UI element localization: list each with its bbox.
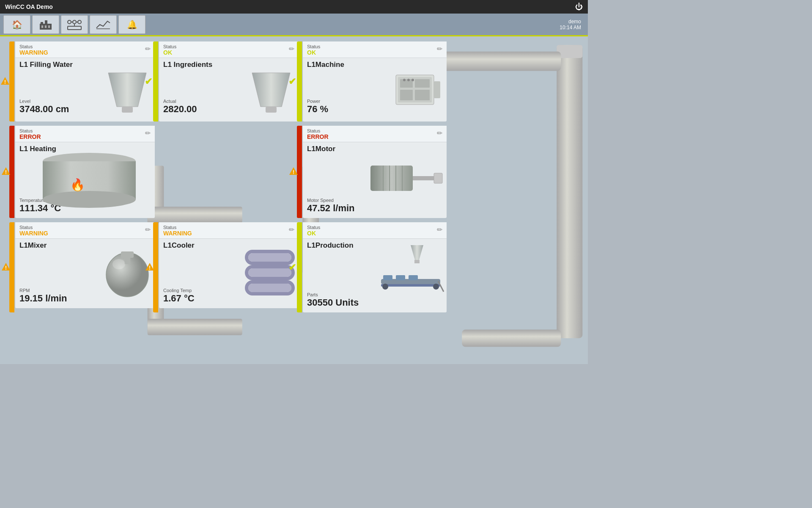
nav-factory[interactable] [32,15,59,34]
machine-check: ✔ [288,76,296,87]
svg-point-7 [73,20,76,24]
heat-status-value: ERROR [19,133,41,140]
svg-marker-27 [252,73,290,107]
app-title: WinCC OA Demo [5,3,53,10]
svg-point-78 [433,284,439,290]
prod-status-label: Status [307,225,320,230]
fw-status-label: Status [19,44,48,49]
machine-card: Status OK ✏ L1Machine [303,41,447,121]
svg-rect-53 [413,176,434,180]
svg-rect-67 [248,253,291,262]
production-strip [297,222,302,312]
production-card: Status OK ✏ L1Production [303,222,447,312]
filling-water-alert: ! [0,76,10,87]
heating-wrapper: ! Status ERROR ✏ L1 Heating [15,126,155,218]
middle-spacer [159,126,299,218]
svg-rect-71 [414,260,420,263]
svg-rect-3 [41,25,43,28]
svg-rect-21 [148,319,242,335]
ing-name: L1 Ingredients [163,61,294,69]
svg-rect-74 [383,275,392,280]
svg-marker-25 [108,73,146,107]
cool-edit-btn[interactable]: ✏ [289,226,294,234]
svg-point-37 [407,79,410,81]
cool-status-label: Status [163,225,192,230]
svg-rect-75 [396,275,405,280]
mixer-card: Status WARNING ✏ L1Mixer [15,222,155,308]
svg-point-38 [411,79,414,81]
production-wrapper: ✔ Status OK ✏ L1Production [303,222,447,312]
svg-rect-35 [434,81,440,98]
svg-point-8 [78,20,81,24]
svg-rect-33 [415,79,430,88]
power-button[interactable]: ⏻ [575,3,583,11]
mot-metric-value: 47.52 l/min [307,203,442,214]
nav-user: demo 10:14 AM [560,19,584,30]
mot-name: L1Motor [307,145,442,153]
svg-rect-59 [121,251,134,258]
svg-rect-26 [122,107,133,113]
mot-edit-btn[interactable]: ✏ [437,129,442,137]
svg-rect-2 [45,20,47,24]
svg-rect-68 [248,268,291,277]
svg-rect-76 [409,275,418,280]
nav-bell[interactable]: 🔔 [118,15,145,34]
svg-rect-28 [266,107,277,113]
nav-home[interactable]: 🏠 [3,15,30,34]
mac-edit-btn[interactable]: ✏ [437,45,442,53]
cooler-wrapper: ! Status WARNING ✏ L1Cooler [159,222,299,312]
ingredients-card: Status OK ✏ L1 Ingredients [159,41,299,121]
nav-network[interactable] [61,15,88,34]
mac-status-value: OK [307,49,320,56]
mix-status-label: Status [19,225,48,230]
svg-rect-12 [68,26,81,30]
production-check: ✔ [288,262,296,273]
svg-rect-69 [248,284,291,292]
svg-rect-5 [48,25,50,28]
mac-status-label: Status [307,44,320,49]
machine-wrapper: ✔ Status OK ✏ L1Machine [303,41,447,121]
ingredients-strip [153,41,158,121]
ing-status-label: Status [163,44,176,49]
svg-text:🔥: 🔥 [70,178,85,192]
svg-rect-31 [400,79,413,88]
svg-point-61 [112,259,125,269]
svg-rect-34 [415,90,430,100]
mixer-wrapper: ! Status WARNING ✏ L1Mixer [15,222,155,312]
nav-bar: 🏠 🔔 demo 10:14 AM [0,14,588,36]
cooler-card: Status WARNING ✏ L1Cooler [159,222,299,308]
svg-rect-4 [45,25,47,28]
ing-status-value: OK [163,49,176,56]
svg-text:!: ! [293,169,294,175]
svg-rect-32 [400,90,413,100]
motor-wrapper: ! Status ERROR ✏ L1Motor [303,126,447,218]
svg-rect-1 [41,22,43,24]
ing-edit-btn[interactable]: ✏ [289,45,294,53]
svg-point-77 [382,284,388,290]
mixer-alert: ! [1,262,11,273]
filling-water-wrapper: ! Status WARNING ✏ L1 Filling Water [15,41,155,121]
main-content: ! Status WARNING ✏ L1 Filling Water [0,36,588,364]
heat-edit-btn[interactable]: ✏ [145,129,151,137]
mot-status-label: Status [307,128,329,133]
ingredients-check: ✔ [145,76,152,87]
heating-card: Status ERROR ✏ L1 Heating 🔥 [15,126,155,218]
cool-status-value: WARNING [163,230,192,237]
fw-name: L1 Filling Water [19,61,151,69]
svg-text:!: ! [5,169,7,175]
nav-buttons: 🏠 🔔 [3,15,145,34]
cooler-alert: ! [145,262,155,273]
heat-status-label: Status [19,128,41,133]
svg-marker-70 [411,245,423,260]
svg-point-36 [403,79,406,81]
prod-metric-value: 30550 Units [307,297,442,308]
svg-point-43 [43,191,136,208]
svg-point-6 [68,20,71,24]
svg-text:!: ! [5,265,7,271]
fw-edit-btn[interactable]: ✏ [145,45,151,53]
nav-chart[interactable] [90,15,117,34]
mot-status-value: ERROR [307,133,329,140]
motor-alert: ! [288,166,299,177]
mix-edit-btn[interactable]: ✏ [145,226,151,234]
prod-edit-btn[interactable]: ✏ [437,226,442,234]
